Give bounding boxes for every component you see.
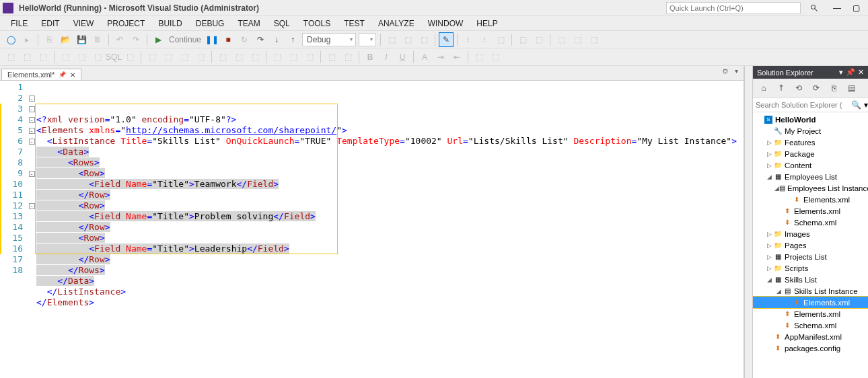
tool-button-1[interactable]: ⬚ bbox=[384, 32, 399, 47]
code-line[interactable]: <Field Name="Title">Problem solving</Fie… bbox=[36, 211, 744, 222]
menu-edit[interactable]: EDIT bbox=[34, 17, 66, 30]
twisty-icon[interactable]: ▷ bbox=[765, 139, 773, 146]
continue-button[interactable]: ▶ bbox=[151, 32, 166, 47]
italic-button[interactable]: I bbox=[379, 50, 394, 65]
code-line[interactable]: <?xml version="1.0" encoding="UTF-8"?> bbox=[36, 114, 744, 125]
tree-node[interactable]: ▷▦Projects List bbox=[753, 251, 868, 262]
tool-button-7[interactable]: ⬚ bbox=[515, 32, 530, 47]
tool-r2-6[interactable]: ⬚ bbox=[90, 50, 105, 65]
code-line[interactable]: <Row> bbox=[36, 200, 744, 211]
tool-button-8[interactable]: ⬚ bbox=[532, 32, 546, 47]
twisty-icon[interactable]: ▷ bbox=[765, 151, 773, 157]
tool-r2-14[interactable]: ⬚ bbox=[248, 50, 262, 65]
tool-button-2[interactable]: ⬚ bbox=[400, 32, 415, 47]
code-editor[interactable]: 123456789101112131415161718 ------- <?xm… bbox=[0, 81, 744, 378]
pause-button[interactable]: ❚❚ bbox=[205, 32, 219, 47]
menu-analyze[interactable]: ANALYZE bbox=[371, 17, 421, 30]
solution-tree[interactable]: SHelloWorld🔧My Project▷📁Features▷📁Packag… bbox=[753, 112, 868, 378]
menu-build[interactable]: BUILD bbox=[151, 17, 188, 30]
indent-left-button[interactable]: ⇤ bbox=[449, 50, 464, 65]
step-into-button[interactable]: ↓ bbox=[269, 32, 284, 47]
twisty-icon[interactable]: ▷ bbox=[765, 265, 773, 272]
redo-button[interactable]: ↷ bbox=[129, 32, 143, 47]
tree-node[interactable]: ▷📁Images bbox=[753, 228, 868, 239]
tree-node[interactable]: ⬍Elements.xml bbox=[753, 205, 868, 217]
tree-node[interactable]: ▷📁Content bbox=[753, 159, 868, 171]
tool-button-6[interactable]: ⬚ bbox=[493, 32, 508, 47]
save-all-button[interactable]: 🗎 bbox=[90, 32, 105, 47]
tree-node[interactable]: ◢▦Employees List bbox=[753, 171, 868, 182]
search-icon[interactable]: 🔍 bbox=[851, 100, 861, 110]
collapse-icon[interactable]: ⤒ bbox=[774, 81, 789, 96]
code-line[interactable]: <Field Name="Title">Teamwork</Field> bbox=[36, 179, 744, 190]
menu-project[interactable]: PROJECT bbox=[100, 17, 151, 30]
sync-icon[interactable]: ⟲ bbox=[791, 81, 806, 96]
tree-node[interactable]: ▷📁Pages bbox=[753, 239, 868, 251]
menu-tools[interactable]: TOOLS bbox=[297, 17, 337, 30]
tool-r2-10[interactable]: ⬚ bbox=[177, 50, 192, 65]
underline-button[interactable]: U bbox=[395, 50, 410, 65]
panel-pin-icon[interactable]: 📌 bbox=[846, 68, 855, 77]
platform-combo[interactable] bbox=[359, 33, 376, 46]
tool-r2-2[interactable]: ⬚ bbox=[20, 50, 34, 65]
twisty-icon[interactable]: ▷ bbox=[765, 242, 773, 249]
open-button[interactable]: 📂 bbox=[58, 32, 73, 47]
menu-window[interactable]: WINDOW bbox=[421, 17, 470, 30]
editor-dropdown-icon[interactable]: ▾ bbox=[731, 67, 741, 75]
panel-menu-icon[interactable]: ▾ bbox=[839, 68, 843, 77]
code-line[interactable]: <Data> bbox=[36, 147, 744, 157]
maximize-button[interactable]: ▢ bbox=[851, 3, 861, 13]
tree-node[interactable]: SHelloWorld bbox=[753, 114, 868, 125]
twisty-icon[interactable]: ◢ bbox=[774, 288, 783, 295]
tool-r2-3[interactable]: ⬚ bbox=[36, 50, 50, 65]
fold-toggle[interactable]: - bbox=[29, 96, 35, 102]
search-dropdown-icon[interactable]: ▾ bbox=[864, 100, 868, 110]
tool-button-9[interactable]: ⬚ bbox=[554, 32, 569, 47]
tool-r2-16[interactable]: ⬚ bbox=[286, 50, 301, 65]
save-button[interactable]: 💾 bbox=[74, 32, 89, 47]
tool-button-10[interactable]: ⬚ bbox=[570, 32, 585, 47]
code-line[interactable]: </Row> bbox=[36, 222, 744, 233]
file-tab[interactable]: Elements.xml* 📌 ✕ bbox=[1, 69, 81, 80]
properties-icon[interactable]: ⎘ bbox=[826, 81, 841, 96]
quick-launch-input[interactable] bbox=[666, 2, 801, 14]
tool-r2-5[interactable]: ⬚ bbox=[74, 50, 89, 65]
search-icon[interactable] bbox=[809, 3, 820, 13]
step-out-button[interactable]: ↑ bbox=[285, 32, 300, 47]
fold-toggle[interactable]: - bbox=[29, 128, 35, 134]
tool-r2-15[interactable]: ⬚ bbox=[270, 50, 285, 65]
tree-node[interactable]: ⬍Elements.xml bbox=[753, 194, 868, 205]
tool-r2-11[interactable]: ⬚ bbox=[193, 50, 208, 65]
collapsed-panel-tab[interactable] bbox=[744, 66, 752, 378]
tree-node[interactable]: ⬍AppManifest.xml bbox=[753, 331, 868, 342]
pin-icon[interactable]: 📌 bbox=[59, 71, 66, 78]
menu-debug[interactable]: DEBUG bbox=[189, 17, 231, 30]
close-icon[interactable]: ✕ bbox=[70, 71, 75, 79]
toggle-button[interactable]: ✎ bbox=[439, 32, 454, 47]
tool-r2-21[interactable]: ⬚ bbox=[488, 50, 503, 65]
twisty-icon[interactable]: ▷ bbox=[765, 231, 773, 237]
tool-r2-4[interactable]: ⬚ bbox=[58, 50, 73, 65]
tree-node[interactable]: ⬍packages.config bbox=[753, 342, 868, 354]
sql-icon[interactable]: SQL bbox=[106, 50, 121, 65]
tool-r2-9[interactable]: ⬚ bbox=[161, 50, 176, 65]
code-line[interactable]: </Rows> bbox=[36, 265, 744, 276]
code-line[interactable]: <Row> bbox=[36, 233, 744, 243]
tool-r2-13[interactable]: ⬚ bbox=[231, 50, 246, 65]
tree-node[interactable]: ▷📁Package bbox=[753, 148, 868, 159]
undo-button[interactable]: ↶ bbox=[112, 32, 127, 47]
indent-right-button[interactable]: ⇥ bbox=[433, 50, 448, 65]
solexp-search-input[interactable] bbox=[756, 100, 848, 110]
panel-close-icon[interactable]: ✕ bbox=[858, 68, 864, 77]
tool-button-5[interactable]: ⁝ bbox=[477, 32, 492, 47]
twisty-icon[interactable]: ▷ bbox=[765, 254, 773, 260]
fold-toggle[interactable]: - bbox=[29, 117, 35, 123]
menu-help[interactable]: HELP bbox=[470, 17, 504, 30]
code-line[interactable]: </Row> bbox=[36, 254, 744, 265]
tree-node[interactable]: ⬍Elements.xml bbox=[753, 308, 868, 319]
tool-r2-19[interactable]: ⬚ bbox=[340, 50, 355, 65]
code-line[interactable]: </ListInstance> bbox=[36, 287, 744, 297]
minimize-button[interactable]: — bbox=[832, 3, 842, 13]
twisty-icon[interactable]: ◢ bbox=[765, 174, 773, 180]
fold-toggle[interactable]: - bbox=[29, 139, 35, 145]
